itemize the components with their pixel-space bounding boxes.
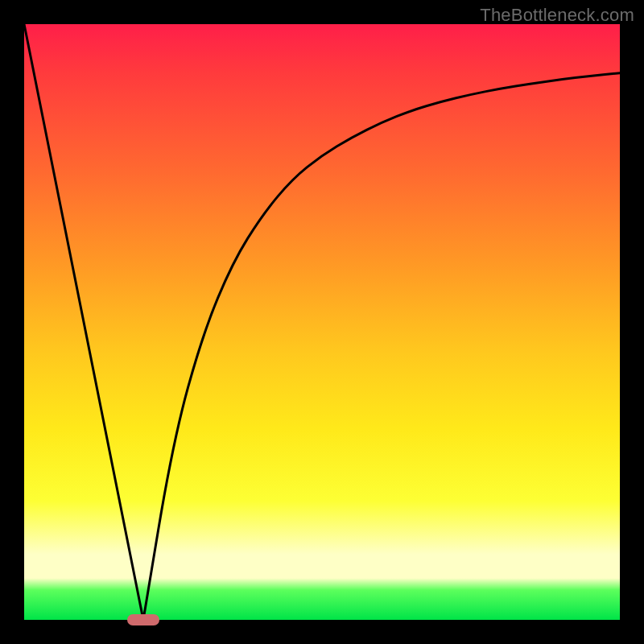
plot-area [24,24,620,620]
left-line-path [24,24,143,620]
chart-lines [24,24,620,620]
chart-frame: TheBottleneck.com [0,0,644,644]
right-curve-path [143,73,620,620]
target-marker [127,614,159,625]
watermark-text: TheBottleneck.com [480,5,634,26]
